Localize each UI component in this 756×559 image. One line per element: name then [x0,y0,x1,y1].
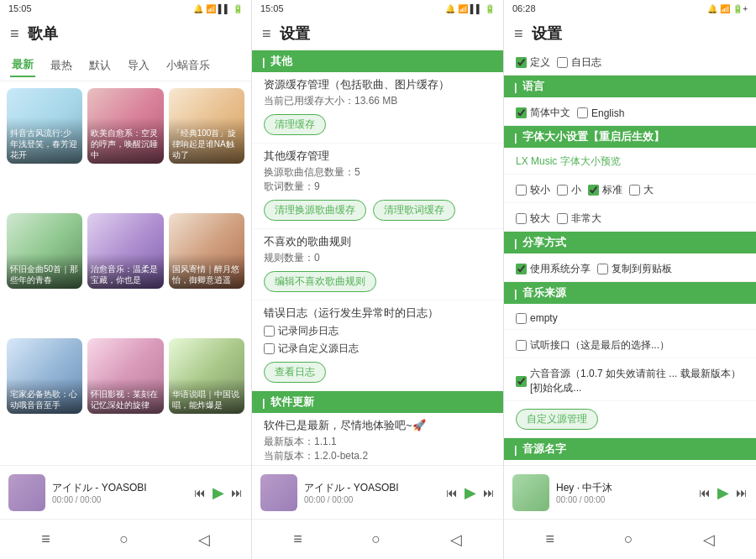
clear-song-cache-button[interactable]: 清理换源歌曲缓存 [264,200,366,221]
checkbox-partial-input-1[interactable] [516,57,527,68]
simplified-chinese-input[interactable] [516,107,527,118]
lyric-count: 歌词数量：9 [264,180,491,194]
next-button-2[interactable]: ⏭ [483,486,495,499]
dislike-label: 不喜欢的歌曲规则 [264,234,491,249]
liuyin-source-input[interactable] [516,376,527,387]
checkbox-partial-1[interactable]: 定义 [516,55,550,70]
prev-button-2[interactable]: ⏮ [446,486,458,499]
empty-source-input[interactable] [516,313,527,324]
menu-icon-3[interactable]: ≡ [514,25,523,43]
music-source-empty-row: empty [516,312,744,324]
font-xlarge-checkbox[interactable]: 非常大 [557,212,601,226]
prev-button-1[interactable]: ⏮ [194,486,206,499]
play-button-3[interactable]: ▶ [717,483,729,502]
play-button-1[interactable]: ▶ [213,483,224,502]
list-item[interactable]: 「经典100首」旋律响起是谁NA触动了 [169,88,244,164]
font-standard-checkbox[interactable]: 标准 [588,183,622,197]
english-input[interactable] [577,107,588,118]
font-xlarge-input[interactable] [557,213,568,224]
font-larger-checkbox[interactable]: 较大 [516,212,550,226]
list-item[interactable]: 国风寄情｜醉月悠怡，御卿意逍遥 [169,213,244,289]
nav-menu-2[interactable]: ≡ [293,530,302,548]
font-preview-item: LX Music 字体大小预览 [504,148,756,175]
bell-icon-3: 🔔 [707,4,717,13]
english-checkbox[interactable]: English [577,107,624,119]
grid-item-label: 抖音古风流行:少年浅登笑，春芳迎花开 [7,118,82,164]
list-item[interactable]: 欧美自愈系：空灵的哼声，唤醒沉睡中 [87,88,163,164]
sync-log-checkbox[interactable]: 记录同步日志 [264,324,339,338]
panel-settings-2: 06:28 🔔 📶 🔋+ ≡ 设置 定义 自日志 语言 [504,0,756,559]
clear-cache-button[interactable]: 清理缓存 [264,114,326,135]
font-small-input[interactable] [516,185,527,196]
font-standard-input[interactable] [588,185,599,196]
font-size-row-2: 较大 非常大 [516,212,744,226]
sync-log-input[interactable] [264,326,275,337]
tab-latest[interactable]: 最新 [10,54,35,77]
liuyin-source-checkbox[interactable]: 六音音源（1.0.7 如失效请前往 ... 载最新版本）[初始化成... [516,367,744,395]
checkbox-partial-input-2[interactable] [557,57,568,68]
nav-back-3[interactable]: ◁ [703,530,715,549]
play-button-2[interactable]: ▶ [465,483,476,502]
nav-menu-1[interactable]: ≡ [41,530,50,548]
status-time-1: 15:05 [8,3,32,13]
clipboard-share-input[interactable] [597,264,608,274]
tab-xiaowo[interactable]: 小蜗音乐 [165,55,212,76]
nav-home-2[interactable]: ○ [371,530,381,548]
tab-default[interactable]: 默认 [87,55,113,76]
list-item[interactable]: 抖音古风流行:少年浅登笑，春芳迎花开 [7,88,82,164]
nav-menu-3[interactable]: ≡ [545,530,554,548]
menu-icon-2[interactable]: ≡ [262,25,271,43]
trial-source-checkbox[interactable]: 试听接口（这是最后的选择...） [516,338,669,353]
section-language: 语言 [504,76,756,97]
panel-3-title: 设置 [532,24,562,44]
nav-back-1[interactable]: ◁ [198,530,210,549]
custom-log-input[interactable] [264,343,275,354]
list-item[interactable]: 治愈音乐：温柔是宝藏，你也是 [87,213,163,289]
system-share-checkbox[interactable]: 使用系统分享 [516,262,591,276]
font-smaller-input[interactable] [557,185,568,196]
edit-dislike-button[interactable]: 编辑不喜欢歌曲规则 [264,271,376,292]
custom-log-checkbox[interactable]: 记录自定义源日志 [264,342,359,356]
tab-import[interactable]: 导入 [126,55,151,76]
grid-item-label: 华语说唱｜中国说唱，能炸爆是 [169,379,244,414]
menu-icon-1[interactable]: ≡ [10,25,19,43]
checkbox-partial-2[interactable]: 自日志 [557,55,601,70]
section-font-size: 字体大小设置【重启后生效】 [504,126,756,148]
nav-bar-1: ≡ ○ ◁ [0,519,251,559]
dislike-rules-item: 不喜欢的歌曲规则 规则数量：0 编辑不喜欢歌曲规则 [252,229,503,300]
status-time-2: 15:05 [260,3,284,13]
language-item: 简体中文 English [504,97,756,126]
system-share-input[interactable] [516,264,527,274]
tabs-row-1: 最新 最热 默认 导入 小蜗音乐 [0,50,251,81]
status-icons-2: 🔔 📶 ▌▌ 🔋 [445,4,495,13]
player-time-2: 00:00 / 00:00 [304,495,439,504]
simplified-chinese-checkbox[interactable]: 简体中文 [516,106,570,120]
nav-home-1[interactable]: ○ [119,530,129,548]
status-bar-3: 06:28 🔔 📶 🔋+ [504,0,756,17]
font-small-checkbox[interactable]: 较小 [516,183,550,197]
trial-source-input[interactable] [516,340,527,351]
next-button-3[interactable]: ⏭ [736,486,748,499]
list-item[interactable]: 华语说唱｜中国说唱，能炸爆是 [169,338,244,414]
clipboard-share-checkbox[interactable]: 复制到剪贴板 [597,262,672,276]
font-large-checkbox[interactable]: 大 [629,183,654,197]
list-item[interactable]: 怀旧影视：某刻在记忆深处的旋律 [87,338,163,414]
update-status: 软件已是最新，尽情地体验吧~🚀 [264,418,491,433]
panel-1-header: ≡ 歌单 [0,17,251,50]
custom-source-button[interactable]: 自定义源管理 [516,409,598,430]
nav-back-2[interactable]: ◁ [450,530,462,549]
list-item[interactable]: 怀旧金曲50首｜那些年的青春 [7,213,82,289]
font-large-input[interactable] [629,185,640,196]
nav-home-3[interactable]: ○ [624,530,633,548]
player-time-1: 00:00 / 00:00 [52,495,187,504]
font-smaller-checkbox[interactable]: 小 [557,183,581,197]
font-preview-link[interactable]: LX Music 字体大小预览 [516,155,621,167]
font-larger-input[interactable] [516,213,527,224]
prev-button-3[interactable]: ⏮ [699,486,711,499]
view-log-button[interactable]: 查看日志 [264,362,326,383]
tab-hot[interactable]: 最热 [49,55,74,76]
list-item[interactable]: 宅家必备热歌：心动哦音音至手 [7,338,82,414]
next-button-1[interactable]: ⏭ [231,486,243,499]
empty-source-checkbox[interactable]: empty [516,312,558,324]
clear-lyric-cache-button[interactable]: 清理歌词缓存 [373,200,455,221]
